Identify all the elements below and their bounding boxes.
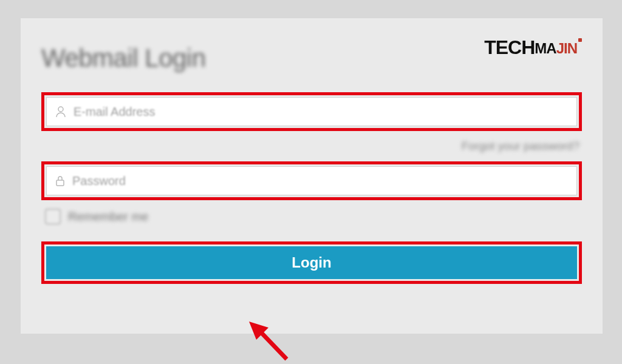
password-highlight-frame: Password bbox=[41, 161, 582, 200]
remember-label: Remember me bbox=[68, 210, 148, 224]
password-placeholder: Password bbox=[72, 174, 126, 188]
remember-row: Remember me bbox=[45, 209, 579, 224]
login-button[interactable]: Login bbox=[46, 246, 577, 279]
header-row: Webmail Login TECHMAJIN bbox=[41, 36, 582, 73]
user-icon bbox=[55, 106, 66, 118]
forgot-password-link[interactable]: Forgot your password? bbox=[462, 140, 579, 152]
annotation-arrow-icon bbox=[244, 322, 299, 364]
email-field[interactable]: E-mail Address bbox=[46, 97, 577, 126]
brand-logo-part3: JIN bbox=[556, 40, 577, 56]
brand-logo-accent bbox=[578, 38, 582, 42]
svg-point-0 bbox=[58, 107, 63, 112]
login-panel: Webmail Login TECHMAJIN E-mail Address F… bbox=[21, 18, 603, 334]
brand-logo-part2: MA bbox=[535, 40, 556, 56]
brand-logo: TECHMAJIN bbox=[484, 36, 582, 59]
page-title: Webmail Login bbox=[41, 44, 206, 73]
lock-icon bbox=[55, 175, 65, 187]
password-field[interactable]: Password bbox=[46, 166, 577, 195]
brand-logo-part1: TECH bbox=[484, 36, 535, 58]
email-highlight-frame: E-mail Address bbox=[41, 92, 582, 131]
forgot-row: Forgot your password? bbox=[41, 140, 579, 153]
email-placeholder: E-mail Address bbox=[73, 105, 156, 119]
remember-checkbox[interactable] bbox=[45, 209, 61, 224]
svg-line-2 bbox=[259, 330, 287, 359]
login-highlight-frame: Login bbox=[41, 241, 582, 284]
svg-rect-1 bbox=[56, 180, 64, 186]
